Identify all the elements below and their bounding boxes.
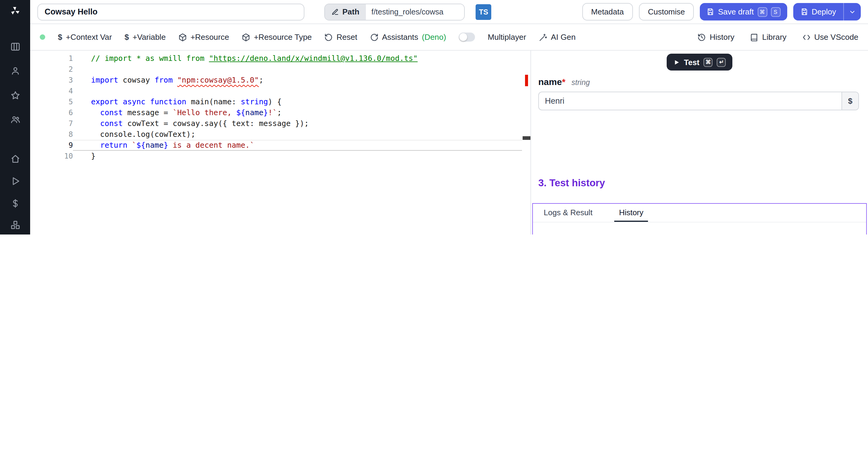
add-variable-label: +Variable bbox=[133, 33, 166, 41]
star-icon[interactable] bbox=[10, 90, 21, 101]
toggle-knob bbox=[459, 33, 467, 41]
metadata-button[interactable]: Metadata bbox=[582, 3, 632, 21]
add-context-var-button[interactable]: $ +Context Var bbox=[58, 33, 112, 41]
code-line[interactable]: 3import cowsay from "npm:cowsay@1.5.0"; bbox=[30, 75, 530, 86]
required-asterisk: * bbox=[562, 76, 565, 87]
line-number: 6 bbox=[30, 107, 73, 118]
s-key-badge: S bbox=[771, 7, 780, 17]
library-button[interactable]: Library bbox=[750, 33, 786, 41]
reset-button[interactable]: Reset bbox=[324, 33, 358, 41]
cursor-ruler-mark bbox=[523, 136, 530, 140]
argument-field-header: name * string bbox=[538, 76, 861, 87]
add-variable-button[interactable]: $ +Variable bbox=[124, 33, 166, 41]
assistants-button[interactable]: Assistants (Deno) bbox=[370, 33, 446, 41]
line-number: 2 bbox=[30, 64, 73, 75]
add-resource-button[interactable]: +Resource bbox=[179, 33, 229, 41]
test-button[interactable]: Test ⌘ ↵ bbox=[666, 54, 733, 70]
vscode-icon bbox=[802, 33, 810, 41]
deploy-dropdown-button[interactable] bbox=[843, 3, 861, 21]
insert-variable-button[interactable]: $ bbox=[841, 92, 858, 110]
top-bar: Path TS Metadata Customise Save draft ⌘ … bbox=[30, 0, 868, 24]
home-icon[interactable] bbox=[10, 153, 21, 164]
path-group: Path bbox=[324, 3, 465, 20]
assistants-lang-label: (Deno) bbox=[422, 33, 446, 41]
play-icon bbox=[673, 59, 680, 65]
user-icon[interactable] bbox=[10, 65, 21, 76]
toolbar-right-group: History Library Use VScode bbox=[698, 33, 858, 41]
test-button-label: Test bbox=[684, 58, 700, 67]
boxes-icon[interactable] bbox=[10, 219, 21, 230]
action-toolbar: $ +Context Var $ +Variable +Resource +Re… bbox=[30, 24, 868, 51]
right-panel: Test ⌘ ↵ name * string $ 3. Test history… bbox=[531, 51, 868, 234]
typescript-badge: TS bbox=[475, 4, 491, 20]
save-icon bbox=[800, 8, 808, 16]
add-context-var-label: +Context Var bbox=[66, 33, 112, 41]
add-resource-type-label: +Resource Type bbox=[254, 33, 312, 41]
line-number: 7 bbox=[30, 118, 73, 129]
path-button-label: Path bbox=[342, 7, 359, 16]
reset-label: Reset bbox=[337, 33, 358, 41]
history-icon bbox=[698, 33, 706, 41]
code-line[interactable]: 4 bbox=[30, 86, 530, 96]
library-label: Library bbox=[762, 33, 786, 41]
users-icon[interactable] bbox=[10, 114, 21, 125]
code-line[interactable]: 9 return `${name} is a decent name.` bbox=[30, 140, 530, 151]
code-line[interactable]: 10} bbox=[30, 151, 530, 162]
history-button[interactable]: History bbox=[698, 33, 735, 41]
code-line[interactable]: 7 const cowText = cowsay.say({ text: mes… bbox=[30, 118, 530, 129]
enter-key-badge: ↵ bbox=[717, 58, 726, 67]
wand-icon bbox=[539, 33, 547, 41]
code-line[interactable]: 1// import * as wmill from "https://deno… bbox=[30, 53, 530, 64]
line-number: 5 bbox=[30, 96, 73, 107]
package-icon bbox=[242, 33, 250, 41]
grid-icon[interactable] bbox=[10, 41, 21, 52]
line-number: 3 bbox=[30, 75, 73, 86]
refresh-icon bbox=[370, 33, 378, 41]
windmill-logo-icon[interactable] bbox=[10, 5, 21, 16]
script-name-input[interactable] bbox=[37, 3, 304, 20]
code-editor[interactable]: 1// import * as wmill from "https://deno… bbox=[30, 51, 531, 234]
package-icon bbox=[179, 33, 187, 41]
path-input[interactable] bbox=[366, 4, 464, 20]
play-icon[interactable] bbox=[10, 176, 21, 186]
name-input-group: $ bbox=[538, 92, 859, 110]
line-number: 4 bbox=[30, 86, 73, 96]
vscode-label: Use VScode bbox=[814, 33, 858, 41]
history-label: History bbox=[710, 33, 735, 41]
line-number: 10 bbox=[30, 151, 73, 162]
tab-history[interactable]: History bbox=[614, 204, 648, 222]
assistants-label: Assistants bbox=[382, 33, 418, 41]
line-number: 1 bbox=[30, 53, 73, 64]
tab-logs-result[interactable]: Logs & Result bbox=[539, 204, 597, 222]
rotate-ccw-icon bbox=[324, 33, 333, 41]
deploy-label: Deploy bbox=[812, 7, 836, 16]
deploy-button[interactable]: Deploy bbox=[793, 3, 843, 21]
name-argument-input[interactable] bbox=[538, 92, 859, 110]
ai-gen-button[interactable]: AI Gen bbox=[539, 33, 576, 41]
multiplayer-label: Multiplayer bbox=[488, 33, 526, 41]
dollar-icon[interactable] bbox=[10, 198, 21, 209]
chevron-down-icon bbox=[849, 8, 856, 15]
connection-status-dot bbox=[40, 34, 45, 40]
vscode-button[interactable]: Use VScode bbox=[802, 33, 858, 41]
add-resource-type-button[interactable]: +Resource Type bbox=[242, 33, 312, 41]
code-line[interactable]: 8 console.log(cowText); bbox=[30, 129, 530, 140]
save-draft-button[interactable]: Save draft ⌘ S bbox=[700, 3, 787, 21]
save-draft-label: Save draft bbox=[718, 7, 754, 16]
result-tabs: Logs & Result History bbox=[533, 204, 866, 222]
pencil-icon bbox=[332, 8, 339, 15]
dollar-icon: $ bbox=[58, 33, 62, 41]
customise-button[interactable]: Customise bbox=[639, 3, 694, 21]
multiplayer-toggle[interactable] bbox=[459, 33, 475, 41]
deploy-split-button: Deploy bbox=[793, 3, 861, 21]
code-line[interactable]: 6 const message = `Hello there, ${name}!… bbox=[30, 107, 530, 118]
test-row: Test ⌘ ↵ bbox=[531, 54, 868, 70]
field-label: name bbox=[538, 76, 562, 87]
test-history-heading: 3. Test history bbox=[538, 177, 605, 189]
field-type-label: string bbox=[571, 79, 590, 87]
path-button[interactable]: Path bbox=[325, 4, 366, 20]
code-line[interactable]: 5export async function main(name: string… bbox=[30, 96, 530, 107]
code-line[interactable]: 2 bbox=[30, 64, 530, 75]
dollar-icon: $ bbox=[124, 33, 129, 41]
save-icon bbox=[707, 8, 715, 16]
